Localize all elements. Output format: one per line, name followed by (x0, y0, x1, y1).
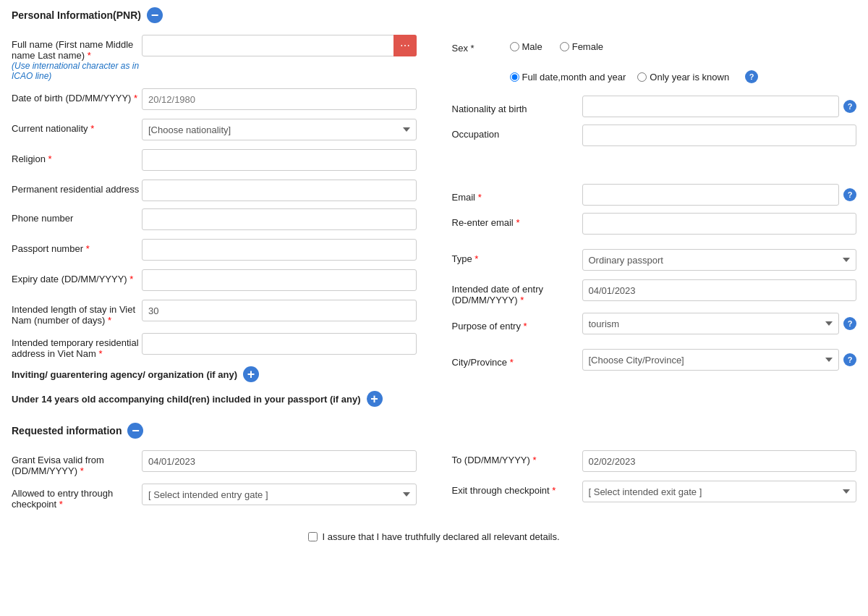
sex-male-radio[interactable] (510, 42, 519, 51)
collapse-requested-btn[interactable]: − (127, 423, 143, 439)
sex-female-option[interactable]: Female (560, 41, 603, 52)
expiry-date-input[interactable] (142, 269, 417, 291)
stay-length-input-wrap (142, 300, 417, 321)
religion-input[interactable] (142, 149, 417, 171)
grant-from-label: Grant Evisa valid from (DD/MM/YYYY) * (12, 450, 142, 476)
nationality-at-birth-input-wrap (582, 96, 840, 117)
temp-address-input[interactable] (142, 333, 417, 355)
permanent-address-input[interactable] (142, 180, 417, 201)
expiry-date-input-wrap (142, 269, 417, 291)
email-label: Email * (452, 187, 582, 203)
phone-row: Phone number (12, 208, 417, 232)
entry-gate-select[interactable]: [ Select intended entry gate ] (142, 484, 417, 505)
purpose-select-wrap: tourism business work study other (582, 313, 840, 334)
exit-gate-select-wrap: [ Select intended exit gate ] (582, 481, 857, 502)
personal-info-title: Personal Information(PNR) (12, 9, 141, 21)
current-nationality-label: Current nationality * (12, 119, 142, 134)
add-under14-btn[interactable]: + (367, 391, 383, 407)
city-select[interactable]: [Choose City/Province] (582, 349, 840, 371)
city-row: City/Province * [Choose City/Province] ? (452, 349, 857, 371)
phone-label: Phone number (12, 208, 142, 224)
passport-number-label: Passport number * (12, 239, 142, 254)
nationality-at-birth-input[interactable] (582, 96, 840, 117)
intended-date-label: Intended date of entry (DD/MM/YYYY) * (452, 279, 582, 305)
temp-address-row: Intended temporary residential address i… (12, 333, 417, 359)
entry-gate-row: Allowed to entry through checkpoint * [ … (12, 484, 417, 510)
assurance-row: I assure that I have truthfully declared… (12, 526, 856, 548)
collapse-personal-btn[interactable]: − (147, 7, 163, 23)
phone-input[interactable] (142, 208, 417, 230)
email-row: Email * ? (452, 184, 857, 206)
reenter-email-label: Re-enter email * (452, 213, 582, 228)
religion-input-wrap (142, 149, 417, 171)
passport-type-label: Type * (452, 249, 582, 264)
purpose-help-icon[interactable]: ? (843, 317, 856, 330)
temp-address-label: Intended temporary residential address i… (12, 333, 142, 359)
dob-full-option[interactable]: Full date,month and year (510, 72, 626, 83)
grant-from-input-wrap (142, 450, 417, 472)
fullname-input[interactable] (142, 35, 417, 56)
sex-male-option[interactable]: Male (510, 41, 542, 52)
nationality-at-birth-label: Nationality at birth (452, 99, 582, 114)
religion-row: Religion * (12, 149, 417, 172)
current-nationality-select-wrap: [Choose nationality] (142, 119, 417, 140)
reenter-email-input[interactable] (582, 213, 857, 235)
purpose-row: Purpose of entry * tourism business work… (452, 313, 857, 334)
fullname-row: Full name (First name Middle name Last n… (12, 35, 417, 81)
grant-from-input[interactable] (142, 450, 417, 472)
passport-type-row: Type * Ordinary passport Diplomatic pass… (452, 249, 857, 272)
dob-help-icon[interactable]: ? (745, 70, 758, 83)
requested-info-header: Requested information − (12, 423, 856, 442)
expiry-date-label: Expiry date (DD/MM/YYYY) * (12, 269, 142, 284)
expiry-date-row: Expiry date (DD/MM/YYYY) * (12, 269, 417, 292)
current-nationality-select[interactable]: [Choose nationality] (142, 119, 417, 140)
dob-year-option[interactable]: Only year is known (637, 72, 729, 83)
occupation-input[interactable] (582, 125, 857, 146)
email-help-icon[interactable]: ? (843, 188, 856, 201)
fullname-special-btn[interactable]: ⋯ (393, 35, 417, 56)
sex-row: Sex * Male Female (452, 35, 857, 58)
passport-number-input[interactable] (142, 239, 417, 261)
grant-from-row: Grant Evisa valid from (DD/MM/YYYY) * (12, 450, 417, 476)
grant-to-input[interactable] (582, 450, 857, 472)
phone-input-wrap (142, 208, 417, 230)
stay-length-label: Intended length of stay in Viet Nam (num… (12, 300, 142, 326)
stay-length-input[interactable] (142, 300, 417, 321)
passport-number-row: Passport number * (12, 239, 417, 262)
occupation-row: Occupation (452, 125, 857, 148)
grant-to-input-wrap (582, 450, 857, 472)
dob-year-radio[interactable] (637, 72, 647, 82)
city-help-icon[interactable]: ? (843, 353, 856, 366)
religion-label: Religion * (12, 149, 142, 164)
reenter-email-row: Re-enter email * (452, 213, 857, 236)
add-inviting-btn[interactable]: + (243, 366, 259, 382)
grant-to-label: To (DD/MM/YYYY) * (452, 450, 582, 465)
current-nationality-row: Current nationality * [Choose nationalit… (12, 119, 417, 142)
sex-female-radio[interactable] (560, 42, 569, 51)
reenter-email-input-wrap (582, 213, 857, 235)
intended-date-input[interactable] (582, 279, 857, 301)
dob-row: Date of birth (DD/MM/YYYY) * (12, 88, 417, 111)
grant-to-row: To (DD/MM/YYYY) * (452, 450, 857, 473)
intended-date-row: Intended date of entry (DD/MM/YYYY) * (452, 279, 857, 305)
dob-input[interactable] (142, 88, 417, 110)
purpose-select[interactable]: tourism business work study other (582, 313, 840, 334)
dob-input-wrap (142, 88, 417, 110)
assurance-checkbox[interactable] (308, 532, 318, 541)
under14-row: Under 14 years old accompanying child(re… (12, 391, 417, 407)
entry-gate-label: Allowed to entry through checkpoint * (12, 484, 142, 510)
temp-address-input-wrap (142, 333, 417, 355)
sex-options: Male Female (510, 41, 604, 52)
passport-number-input-wrap (142, 239, 417, 261)
sex-label: Sex * (452, 40, 510, 54)
dob-full-radio[interactable] (510, 72, 519, 82)
requested-info-title: Requested information (12, 425, 122, 436)
email-input[interactable] (582, 184, 840, 206)
exit-gate-select[interactable]: [ Select intended exit gate ] (582, 481, 857, 502)
fullname-input-wrap: ⋯ (142, 35, 417, 56)
passport-type-select[interactable]: Ordinary passport Diplomatic passport Of… (582, 249, 857, 271)
permanent-address-label: Permanent residential address (12, 180, 142, 195)
under14-label: Under 14 years old accompanying child(re… (12, 394, 361, 405)
exit-gate-label: Exit through checkpoint * (452, 481, 582, 496)
nationality-at-birth-help-icon[interactable]: ? (843, 100, 856, 113)
